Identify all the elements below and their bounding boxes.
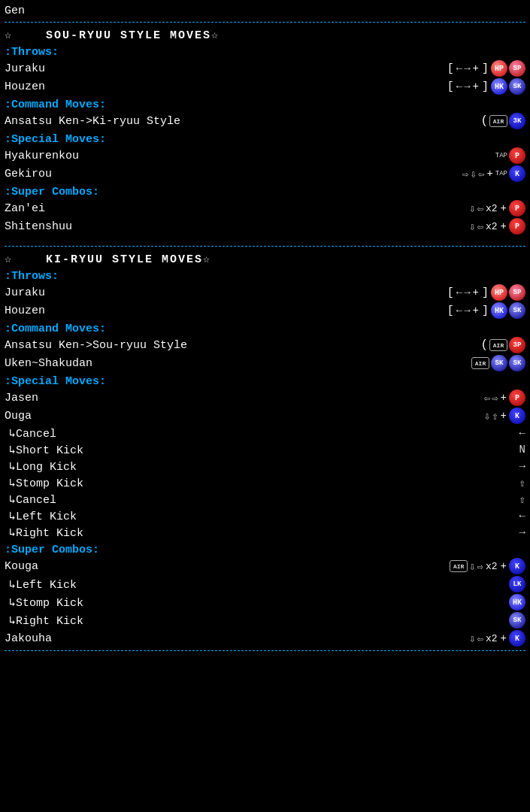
btn-p-hyaku: P xyxy=(509,147,525,164)
btn-hk-houzen-sou: HK xyxy=(491,78,507,95)
move-shitenshuu: Shitenshuu ⇩ ⇦ x2 + P xyxy=(5,217,525,235)
move-kouga-stomp-kick: ↳Stomp Kick HK xyxy=(5,593,525,611)
btn-k-ouga: K xyxy=(509,408,525,424)
category-command-sou: :Command Moves: xyxy=(5,95,525,112)
category-special-ki: :Special Moves: xyxy=(5,372,525,389)
category-throws-sou: :Throws: xyxy=(5,43,525,59)
btn-3k-ansatsu-sou: 3K xyxy=(509,113,525,129)
move-left-kick: ↳Left Kick ← xyxy=(5,508,525,524)
btn-sk-houzen-sou: SK xyxy=(509,78,525,95)
move-ansatsu-sou: Ansatsu Ken->Ki-ryuu Style ( AIR 3K xyxy=(5,112,525,130)
star-left-ki: ☆ xyxy=(5,253,13,266)
move-houzen-sou: Houzen [ ← → + ] HK SK xyxy=(5,77,525,95)
btn-3p-ansatsu-ki: 3P xyxy=(509,337,525,353)
move-right-kick: ↳Right Kick → xyxy=(5,524,525,541)
move-kouga-left-kick: ↳Left Kick LK xyxy=(5,575,525,593)
btn-air-ansatsu-ki: AIR xyxy=(489,339,507,351)
category-command-ki: :Command Moves: xyxy=(5,320,525,336)
move-stomp-kick: ↳Stomp Kick ⇧ xyxy=(5,474,525,491)
btn-hk-houzen-ki: HK xyxy=(491,302,507,319)
move-short-kick: ↳Short Kick N xyxy=(5,441,525,458)
move-houzen-ki: Houzen [ ← → + ] HK SK xyxy=(5,301,525,320)
move-long-kick: ↳Long Kick → xyxy=(5,458,525,474)
category-throws-ki: :Throws: xyxy=(5,267,525,283)
btn-hp-juraku-sou: HP xyxy=(491,60,507,77)
sou-ryuu-title: ☆ SOU-RYUU STYLE MOVES☆ xyxy=(5,26,525,43)
category-special-sou: :Special Moves: xyxy=(5,130,525,147)
btn-air-ansatsu-sou: AIR xyxy=(489,115,507,127)
move-hyakurenkou: Hyakurenkou TAP P xyxy=(5,147,525,165)
btn-sp-juraku-sou: SP xyxy=(509,60,525,77)
btn-sk-houzen-ki: SK xyxy=(509,302,525,319)
btn-k-jakouha: K xyxy=(509,630,525,647)
star-left-sou: ☆ xyxy=(5,29,13,42)
move-ouga: Ouga ⇩ ⇧ + K xyxy=(5,407,525,425)
btn-k-kouga: K xyxy=(509,558,525,574)
btn-hp-juraku-ki: HP xyxy=(491,284,507,301)
btn-sp-juraku-ki: SP xyxy=(509,284,525,301)
btn-k-gekirou: K xyxy=(509,165,525,182)
btn-p-shitenshuu: P xyxy=(509,218,525,235)
btn-sk-kouga-right: SK xyxy=(509,612,525,629)
btn-lk-kouga: LK xyxy=(509,576,525,592)
btn-hk-kouga-stomp: HK xyxy=(509,594,525,611)
move-juraku-sou: Juraku [ ← → + ] HP SP xyxy=(5,59,525,77)
move-uken: Uken~Shakudan AIR SK SK xyxy=(5,354,525,372)
move-kouga: Kouga AIR ⇩ ⇨ x2 + K xyxy=(5,557,525,575)
bottom-divider xyxy=(5,650,525,651)
star-right-ki: ☆ xyxy=(203,253,211,266)
btn-p-jasen: P xyxy=(509,389,525,406)
btn-air-uken: AIR xyxy=(471,357,489,369)
move-ansatsu-ki: Ansatsu Ken->Sou-ryuu Style ( AIR 3P xyxy=(5,336,525,354)
category-super-sou: :Super Combos: xyxy=(5,183,525,199)
btn-p-zanei: P xyxy=(509,200,525,217)
move-cancel2: ↳Cancel ⇧ xyxy=(5,491,525,508)
mid-divider xyxy=(5,246,525,247)
star-right-sou: ☆ xyxy=(211,29,220,42)
move-juraku-ki: Juraku [ ← → + ] HP SP xyxy=(5,283,525,301)
gen-label: Gen xyxy=(5,3,525,19)
move-jasen: Jasen ⇦ ⇨ + P xyxy=(5,389,525,407)
top-divider xyxy=(5,22,525,23)
move-zanei: Zan'ei ⇩ ⇦ x2 + P xyxy=(5,199,525,217)
move-kouga-right-kick: ↳Right Kick SK xyxy=(5,611,525,629)
btn-sk-uken1: SK xyxy=(491,355,507,371)
move-jakouha: Jakouha ⇩ ⇦ x2 + K xyxy=(5,629,525,647)
move-gekirou: Gekirou ⇨ ⇩ ⇦ + TAP K xyxy=(5,165,525,183)
category-super-ki: :Super Combos: xyxy=(5,541,525,557)
ki-ryuu-title: ☆ KI-RYUU STYLE MOVES☆ xyxy=(5,250,525,267)
move-cancel1: ↳Cancel ← xyxy=(5,425,525,441)
btn-sk-uken2: SK xyxy=(509,355,525,371)
btn-air-kouga: AIR xyxy=(450,560,468,572)
